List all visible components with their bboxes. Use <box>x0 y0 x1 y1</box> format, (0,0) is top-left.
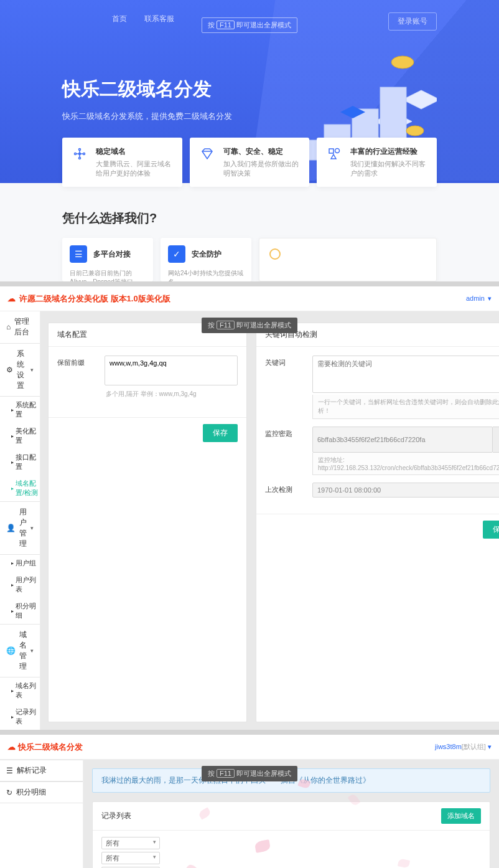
shield-icon: ✓ <box>168 245 185 263</box>
grid-icon <box>72 146 87 178</box>
diamond-icon <box>200 146 215 178</box>
list-icon: ☰ <box>6 767 13 775</box>
caret-down-icon: ▾ <box>486 743 492 750</box>
landing-section: 首页 联系客服 登录账号 按F11即可退出全屏模式 快乐二级域名分发 快乐二级域… <box>0 0 499 281</box>
form-label: 关键词 <box>265 356 305 367</box>
caret-right-icon: ▸ <box>11 407 14 413</box>
sidebub-sub[interactable]: ▸美化配置 <box>0 423 40 449</box>
fullscreen-hint: 按F11即可退出全屏模式 <box>202 318 297 333</box>
admin2-sidebar: ☰解析记录 ↻积分明细 <box>0 760 83 868</box>
sidebar-sub[interactable]: ▸用户列表 <box>0 572 40 598</box>
filter-select2[interactable]: 所有 <box>101 852 160 864</box>
svg-point-15 <box>83 153 85 155</box>
platform-card: ☰多平台对接 目前已兼容目前热门的Aliyun、Dnspod等接口 <box>62 238 153 281</box>
secret-input <box>312 427 493 453</box>
svg-rect-8 <box>380 87 406 143</box>
user-dropdown[interactable]: admin ▾ <box>466 295 492 303</box>
lastcheck-input <box>312 483 499 498</box>
feature-row: 稳定域名大量腾讯云、阿里云域名给用户更好的体验 可靠、安全、稳定加入我们将是你所… <box>62 138 437 187</box>
chevron-down-icon: ▾ <box>30 367 34 373</box>
sidebar-sub[interactable]: ▸积分明细 <box>0 598 40 624</box>
svg-point-10 <box>406 126 424 136</box>
admin2-topbar: ☁ 快乐二级域名分发 jiws3t8m[默认组] ▾ <box>0 735 499 760</box>
user-dropdown[interactable]: jiws3t8m[默认组] ▾ <box>435 742 492 752</box>
login-button[interactable]: 登录账号 <box>388 12 437 31</box>
admin-topbar: ☁ 许愿二级域名分发美化版 版本1.0版美化版 admin ▾ <box>0 286 499 311</box>
feature-card: 稳定域名大量腾讯云、阿里云域名给用户更好的体验 <box>62 138 182 187</box>
fullscreen-hint: 按F11即可退出全屏模式 <box>202 766 297 781</box>
filter-select1[interactable]: 所有 <box>101 837 160 849</box>
sidebar-sub[interactable]: ▸记录列表 <box>0 704 40 730</box>
form-hint: 一行一个关键词，当解析网址包含违禁关键词时，则会自动删除此解析！ <box>312 395 499 419</box>
sidebar-dashboard[interactable]: ⌂管理后台 <box>0 311 40 343</box>
sidebar-users[interactable]: 👤用户管理▾ <box>0 501 40 555</box>
sidebar-records[interactable]: ☰解析记录 <box>0 760 83 781</box>
monitor-url-hint: 监控地址:http://192.168.253.132/cron/check/6… <box>312 453 499 475</box>
records-panel: 记录列表 添加域名 所有▾ 所有▾ 🔍搜索 ID 域名 记录类型 线路 记录值 … <box>92 801 490 868</box>
add-domain-button[interactable]: 添加域名 <box>441 808 481 824</box>
form-label: 保留前缀 <box>57 356 97 367</box>
sidebar-points[interactable]: ↻积分明细 <box>0 781 83 803</box>
sidebar-sub[interactable]: ▸接口配置 <box>0 449 40 475</box>
nav-contact[interactable]: 联系客服 <box>144 14 174 24</box>
brand: ☁ 快乐二级域名分发 <box>7 742 83 753</box>
admin-section-1: ☁ 许愿二级域名分发美化版 版本1.0版美化版 admin ▾ 按F11即可退出… <box>0 286 499 730</box>
svg-point-14 <box>79 158 81 159</box>
brand: ☁ 许愿二级域名分发美化版 版本1.0版美化版 <box>7 293 170 304</box>
panel-domain-config: 域名配置 保留前缀 www,w,m,3g,4g,qq 多个用,隔开 举例：www… <box>48 323 247 722</box>
sidebar-sub[interactable]: ▸域名列表 <box>0 677 40 704</box>
platform-row: ☰多平台对接 目前已兼容目前热门的Aliyun、Dnspod等接口 ✓安全防护 … <box>62 238 437 281</box>
filter-bar: 所有▾ 所有▾ 🔍搜索 <box>93 831 490 868</box>
shapes-icon <box>327 146 342 178</box>
panel-title: 记录列表 <box>101 811 131 821</box>
form-hint: 多个用,隔开 举例：www,m,3g,4g <box>105 387 238 401</box>
admin-sidebar: ⌂管理后台 ⚙系统设置▾ ▸系统配置 ▸美化配置 ▸接口配置 ▸域名配置/检测 … <box>0 311 40 730</box>
swap-button[interactable]: 更换 <box>493 427 499 453</box>
nav-home[interactable]: 首页 <box>112 14 127 24</box>
save-button[interactable]: 保存 <box>203 424 238 442</box>
user-icon: 👤 <box>6 524 16 532</box>
home-icon: ⌂ <box>6 323 11 331</box>
cloud-icon: ☁ <box>7 294 16 303</box>
feature-desc: 我们更懂如何解决不同客户的需求 <box>350 159 427 178</box>
refresh-icon: ↻ <box>6 788 12 797</box>
platform-card: ✓安全防护 网站24小时持续为您提供域名 <box>161 238 251 281</box>
stack-icon: ☰ <box>70 245 87 263</box>
globe-icon: 🌐 <box>6 646 16 655</box>
form-label: 监控密匙 <box>265 427 305 438</box>
svg-marker-4 <box>403 90 437 109</box>
svg-rect-17 <box>329 149 333 153</box>
fullscreen-hint: 按F11即可退出全屏模式 <box>202 17 297 33</box>
feature-title: 稳定域名 <box>96 146 172 157</box>
save-button[interactable]: 保存 <box>483 521 499 539</box>
keyword-textarea[interactable] <box>312 356 499 393</box>
admin-section-2: ☁ 快乐二级域名分发 jiws3t8m[默认组] ▾ 按F11即可退出全屏模式 … <box>0 735 499 868</box>
why-title: 凭什么选择我们? <box>62 210 157 227</box>
sidebar-sub[interactable]: ▸用户组 <box>0 555 40 572</box>
cloud-icon: ☁ <box>7 742 16 752</box>
feature-desc: 加入我们将是你所做出的明智决策 <box>223 159 300 178</box>
feature-card: 可靠、安全、稳定加入我们将是你所做出的明智决策 <box>190 138 310 187</box>
admin-content: 域名配置 保留前缀 www,w,m,3g,4g,qq 多个用,隔开 举例：www… <box>40 286 499 730</box>
caret-down-icon: ▾ <box>486 295 492 302</box>
sidebar-sub[interactable]: ▸系统配置 <box>0 397 40 423</box>
feature-title: 丰富的行业运营经验 <box>350 146 427 157</box>
svg-point-18 <box>335 149 340 153</box>
form-label: 上次检测 <box>265 483 305 494</box>
feature-desc: 大量腾讯云、阿里云域名给用户更好的体验 <box>96 159 172 178</box>
ring-icon <box>269 248 281 260</box>
sidebar-system[interactable]: ⚙系统设置▾ <box>0 343 40 397</box>
gear-icon: ⚙ <box>6 366 13 374</box>
empty-card <box>259 238 437 281</box>
feature-title: 可靠、安全、稳定 <box>223 146 300 157</box>
panel-keyword-check: 关键词自动检测 关键词 一行一个关键词，当解析网址包含违禁关键词时，则会自动删除… <box>256 323 499 722</box>
feature-card: 丰富的行业运营经验我们更懂如何解决不同客户的需求 <box>317 138 437 187</box>
svg-point-9 <box>391 56 414 68</box>
sidebar-domain[interactable]: 🌐域名管理▾ <box>0 624 40 677</box>
sidebar-sub-active[interactable]: ▸域名配置/检测 <box>0 475 40 501</box>
prefix-textarea[interactable]: www,w,m,3g,4g,qq <box>105 356 238 385</box>
